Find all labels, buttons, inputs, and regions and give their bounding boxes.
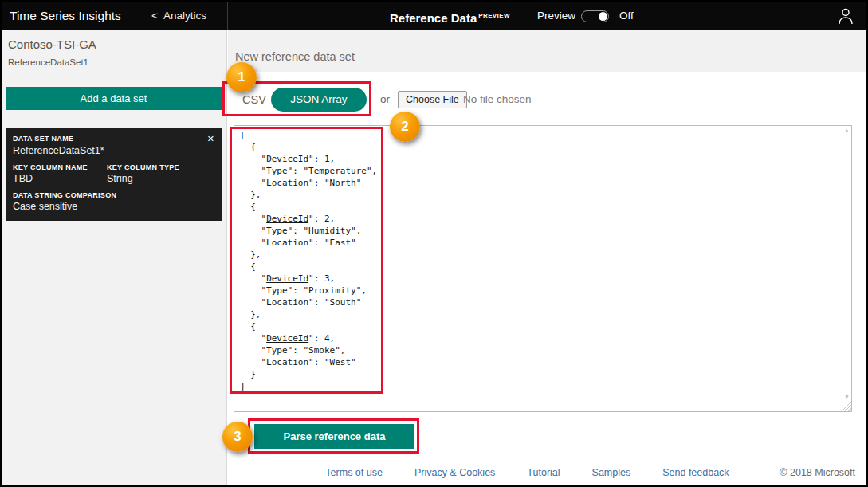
preview-state-label: Off: [619, 2, 634, 30]
dataset-name-label: DATA SET NAME: [13, 135, 73, 143]
annotation-step-badge-3: 3: [222, 422, 253, 452]
choose-file-button[interactable]: Choose File: [398, 91, 467, 108]
json-editor-content: [ { "DeviceId": 1, "Type": "Temperature"…: [240, 129, 377, 392]
dataset-subtitle: ReferenceDataSet1: [8, 57, 88, 67]
page-title: Reference DataPREVIEW: [390, 2, 510, 33]
json-input-area[interactable]: [ { "DeviceId": 1, "Type": "Temperature"…: [234, 125, 852, 412]
page-title-text: Reference Data: [390, 11, 477, 25]
add-dataset-button[interactable]: Add a data set: [6, 87, 222, 110]
annotation-step-badge-2: 2: [390, 112, 420, 142]
sidebar: Contoso-TSI-GA ReferenceDataSet1 Add a d…: [2, 30, 227, 485]
app-title: Time Series Insights: [10, 2, 121, 30]
toggle-knob-icon: [599, 12, 607, 21]
preview-toggle[interactable]: [581, 10, 609, 22]
parse-reference-data-button[interactable]: Parse reference data: [254, 424, 414, 449]
app-frame: Time Series Insights <Analytics Referenc…: [0, 0, 868, 487]
back-to-analytics-link[interactable]: <Analytics: [151, 2, 206, 30]
main-content: New reference data set CSV JSON Array or…: [228, 30, 866, 485]
footer-link-send-feedback[interactable]: Send feedback: [662, 467, 729, 478]
key-column-type-label: KEY COLUMN TYPE: [107, 163, 179, 171]
environment-name: Contoso-TSI-GA: [8, 37, 96, 51]
copyright-text: © 2018 Microsoft: [780, 467, 855, 478]
string-comparison-label: DATA STRING COMPARISON: [13, 191, 214, 199]
key-column-type-value: String: [107, 173, 179, 184]
annotation-step-badge-1: 1: [226, 62, 257, 92]
chevron-left-icon: <: [151, 2, 158, 30]
footer-links: Terms of use Privacy & Cookies Tutorial …: [252, 467, 803, 478]
scrollbar-down-icon[interactable]: ▼: [844, 394, 850, 399]
resize-handle[interactable]: [841, 401, 851, 411]
scrollbar-up-icon[interactable]: ▲: [844, 128, 850, 133]
footer-link-samples[interactable]: Samples: [592, 467, 631, 478]
topbar-divider: [227, 2, 228, 30]
page-heading: New reference data set: [235, 50, 355, 63]
dataset-name-value: ReferenceDataSet1*: [13, 145, 214, 156]
close-icon[interactable]: ✕: [207, 135, 214, 143]
or-label: or: [380, 88, 390, 112]
user-avatar-icon[interactable]: [838, 7, 854, 25]
preview-superscript: PREVIEW: [478, 12, 510, 19]
topbar-divider: [143, 2, 143, 30]
key-column-name-value: TBD: [13, 173, 107, 184]
footer-link-privacy-cookies[interactable]: Privacy & Cookies: [414, 467, 495, 478]
top-bar: Time Series Insights <Analytics Referenc…: [2, 2, 866, 30]
footer-link-terms-of-use[interactable]: Terms of use: [325, 467, 383, 478]
preview-label: Preview: [537, 2, 575, 30]
key-column-name-label: KEY COLUMN NAME: [13, 163, 107, 171]
json-array-format-button[interactable]: JSON Array: [271, 88, 367, 112]
dataset-info-panel: DATA SET NAME ✕ ReferenceDataSet1* KEY C…: [6, 128, 222, 221]
file-status-text: No file chosen: [463, 88, 532, 112]
back-label: Analytics: [163, 10, 206, 22]
string-comparison-value: Case sensitive: [13, 201, 214, 212]
footer-link-tutorial[interactable]: Tutorial: [527, 467, 560, 478]
